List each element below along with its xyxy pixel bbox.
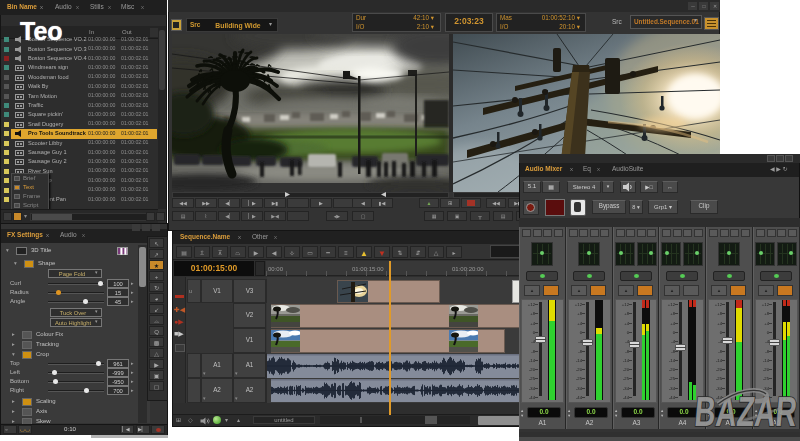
svg-text:BAZAR: BAZAR [693,388,799,435]
